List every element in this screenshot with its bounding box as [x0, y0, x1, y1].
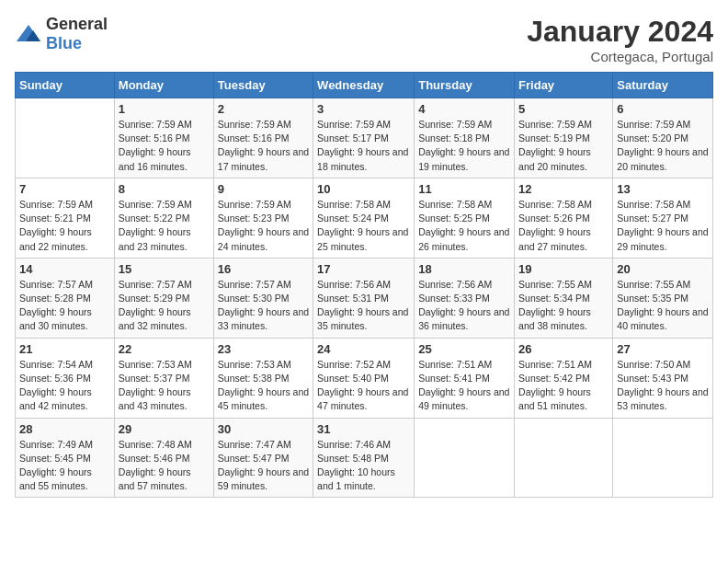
day-cell: 31Sunrise: 7:46 AMSunset: 5:48 PMDayligh…	[313, 418, 415, 498]
day-cell: 5Sunrise: 7:59 AMSunset: 5:19 PMDaylight…	[515, 98, 613, 178]
day-cell: 4Sunrise: 7:59 AMSunset: 5:18 PMDaylight…	[415, 98, 515, 178]
day-number: 9	[218, 182, 309, 196]
day-number: 23	[218, 342, 309, 356]
day-info: Sunrise: 7:59 AMSunset: 5:20 PMDaylight:…	[617, 118, 709, 174]
page-header: General Blue January 2024 Cortegaca, Por…	[15, 15, 713, 64]
month-year-title: January 2024	[527, 15, 713, 49]
day-number: 16	[218, 262, 309, 276]
day-cell: 18Sunrise: 7:56 AMSunset: 5:33 PMDayligh…	[415, 258, 515, 338]
day-number: 11	[418, 182, 510, 196]
day-number: 7	[19, 182, 110, 196]
day-number: 4	[418, 102, 510, 116]
day-cell: 21Sunrise: 7:54 AMSunset: 5:36 PMDayligh…	[16, 338, 115, 418]
day-info: Sunrise: 7:48 AMSunset: 5:46 PMDaylight:…	[119, 438, 210, 494]
day-number: 22	[119, 342, 210, 356]
calendar-table: SundayMondayTuesdayWednesdayThursdayFrid…	[15, 72, 713, 498]
day-number: 19	[518, 262, 609, 276]
day-number: 12	[518, 182, 609, 196]
day-number: 8	[119, 182, 210, 196]
header-cell-saturday: Saturday	[613, 73, 713, 98]
day-number: 15	[119, 262, 210, 276]
day-info: Sunrise: 7:53 AMSunset: 5:38 PMDaylight:…	[218, 358, 309, 414]
day-number: 14	[19, 262, 110, 276]
day-info: Sunrise: 7:58 AMSunset: 5:26 PMDaylight:…	[518, 198, 609, 254]
day-info: Sunrise: 7:59 AMSunset: 5:23 PMDaylight:…	[218, 198, 309, 254]
day-info: Sunrise: 7:55 AMSunset: 5:34 PMDaylight:…	[518, 278, 609, 334]
day-cell: 13Sunrise: 7:58 AMSunset: 5:27 PMDayligh…	[613, 178, 713, 258]
location-subtitle: Cortegaca, Portugal	[527, 49, 713, 64]
day-number: 6	[617, 102, 709, 116]
day-number: 20	[617, 262, 709, 276]
week-row-2: 7Sunrise: 7:59 AMSunset: 5:21 PMDaylight…	[16, 178, 713, 258]
day-number: 29	[119, 422, 210, 436]
day-number: 10	[317, 182, 410, 196]
week-row-5: 28Sunrise: 7:49 AMSunset: 5:45 PMDayligh…	[16, 418, 713, 498]
day-cell: 1Sunrise: 7:59 AMSunset: 5:16 PMDaylight…	[114, 98, 213, 178]
day-number: 31	[317, 422, 410, 436]
day-info: Sunrise: 7:53 AMSunset: 5:37 PMDaylight:…	[119, 358, 210, 414]
day-number: 17	[317, 262, 410, 276]
day-cell: 28Sunrise: 7:49 AMSunset: 5:45 PMDayligh…	[16, 418, 115, 498]
week-row-4: 21Sunrise: 7:54 AMSunset: 5:36 PMDayligh…	[16, 338, 713, 418]
day-info: Sunrise: 7:50 AMSunset: 5:43 PMDaylight:…	[617, 358, 709, 414]
day-cell: 30Sunrise: 7:47 AMSunset: 5:47 PMDayligh…	[213, 418, 313, 498]
day-info: Sunrise: 7:47 AMSunset: 5:47 PMDaylight:…	[218, 438, 309, 494]
day-cell: 22Sunrise: 7:53 AMSunset: 5:37 PMDayligh…	[114, 338, 213, 418]
day-number: 5	[518, 102, 609, 116]
day-cell: 19Sunrise: 7:55 AMSunset: 5:34 PMDayligh…	[515, 258, 613, 338]
header-cell-thursday: Thursday	[415, 73, 515, 98]
day-cell: 11Sunrise: 7:58 AMSunset: 5:25 PMDayligh…	[415, 178, 515, 258]
day-info: Sunrise: 7:59 AMSunset: 5:18 PMDaylight:…	[418, 118, 510, 174]
logo: General Blue	[15, 15, 108, 53]
day-cell: 27Sunrise: 7:50 AMSunset: 5:43 PMDayligh…	[613, 338, 713, 418]
header-row: SundayMondayTuesdayWednesdayThursdayFrid…	[16, 73, 713, 98]
day-info: Sunrise: 7:55 AMSunset: 5:35 PMDaylight:…	[617, 278, 709, 334]
day-info: Sunrise: 7:59 AMSunset: 5:16 PMDaylight:…	[119, 118, 210, 174]
day-info: Sunrise: 7:59 AMSunset: 5:22 PMDaylight:…	[119, 198, 210, 254]
day-number: 2	[218, 102, 309, 116]
day-info: Sunrise: 7:57 AMSunset: 5:29 PMDaylight:…	[119, 278, 210, 334]
day-cell: 6Sunrise: 7:59 AMSunset: 5:20 PMDaylight…	[613, 98, 713, 178]
day-number: 3	[317, 102, 410, 116]
day-cell: 3Sunrise: 7:59 AMSunset: 5:17 PMDaylight…	[313, 98, 415, 178]
day-cell: 20Sunrise: 7:55 AMSunset: 5:35 PMDayligh…	[613, 258, 713, 338]
day-cell	[415, 418, 515, 498]
day-info: Sunrise: 7:59 AMSunset: 5:16 PMDaylight:…	[218, 118, 309, 174]
day-info: Sunrise: 7:51 AMSunset: 5:41 PMDaylight:…	[418, 358, 510, 414]
day-cell: 10Sunrise: 7:58 AMSunset: 5:24 PMDayligh…	[313, 178, 415, 258]
header-cell-wednesday: Wednesday	[313, 73, 415, 98]
day-number: 30	[218, 422, 309, 436]
day-number: 1	[119, 102, 210, 116]
day-cell: 7Sunrise: 7:59 AMSunset: 5:21 PMDaylight…	[16, 178, 115, 258]
day-info: Sunrise: 7:46 AMSunset: 5:48 PMDaylight:…	[317, 438, 410, 494]
day-number: 24	[317, 342, 410, 356]
day-info: Sunrise: 7:49 AMSunset: 5:45 PMDaylight:…	[19, 438, 110, 494]
day-cell	[613, 418, 713, 498]
day-cell: 26Sunrise: 7:51 AMSunset: 5:42 PMDayligh…	[515, 338, 613, 418]
day-info: Sunrise: 7:59 AMSunset: 5:21 PMDaylight:…	[19, 198, 110, 254]
day-info: Sunrise: 7:59 AMSunset: 5:19 PMDaylight:…	[518, 118, 609, 174]
day-cell	[16, 98, 115, 178]
day-cell: 23Sunrise: 7:53 AMSunset: 5:38 PMDayligh…	[213, 338, 313, 418]
day-cell: 12Sunrise: 7:58 AMSunset: 5:26 PMDayligh…	[515, 178, 613, 258]
week-row-3: 14Sunrise: 7:57 AMSunset: 5:28 PMDayligh…	[16, 258, 713, 338]
day-info: Sunrise: 7:52 AMSunset: 5:40 PMDaylight:…	[317, 358, 410, 414]
day-cell: 15Sunrise: 7:57 AMSunset: 5:29 PMDayligh…	[114, 258, 213, 338]
header-cell-sunday: Sunday	[16, 73, 115, 98]
day-info: Sunrise: 7:57 AMSunset: 5:30 PMDaylight:…	[218, 278, 309, 334]
day-number: 28	[19, 422, 110, 436]
day-cell: 8Sunrise: 7:59 AMSunset: 5:22 PMDaylight…	[114, 178, 213, 258]
day-cell: 29Sunrise: 7:48 AMSunset: 5:46 PMDayligh…	[114, 418, 213, 498]
day-info: Sunrise: 7:58 AMSunset: 5:25 PMDaylight:…	[418, 198, 510, 254]
day-cell: 25Sunrise: 7:51 AMSunset: 5:41 PMDayligh…	[415, 338, 515, 418]
week-row-1: 1Sunrise: 7:59 AMSunset: 5:16 PMDaylight…	[16, 98, 713, 178]
day-info: Sunrise: 7:56 AMSunset: 5:31 PMDaylight:…	[317, 278, 410, 334]
day-info: Sunrise: 7:54 AMSunset: 5:36 PMDaylight:…	[19, 358, 110, 414]
logo-icon	[15, 23, 42, 45]
header-cell-monday: Monday	[114, 73, 213, 98]
day-cell: 16Sunrise: 7:57 AMSunset: 5:30 PMDayligh…	[213, 258, 313, 338]
day-cell: 2Sunrise: 7:59 AMSunset: 5:16 PMDaylight…	[213, 98, 313, 178]
title-block: January 2024 Cortegaca, Portugal	[527, 15, 713, 64]
day-cell	[515, 418, 613, 498]
day-cell: 14Sunrise: 7:57 AMSunset: 5:28 PMDayligh…	[16, 258, 115, 338]
